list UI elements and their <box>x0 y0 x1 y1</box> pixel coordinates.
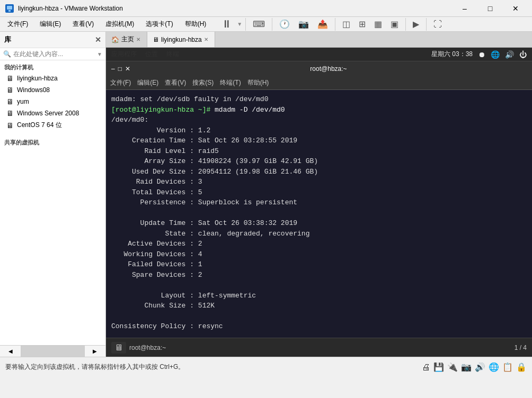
main-area: 库 ✕ 🔍 ▼ 我的计算机 🖥 liyingkun-hbza 🖥 Windows… <box>0 32 532 357</box>
sidebar-item-label-2: yum <box>17 98 29 105</box>
menu-vm[interactable]: 虚拟机(M) <box>100 17 139 31</box>
tab-liyingkun-close[interactable]: ✕ <box>204 37 208 42</box>
terminal-title-bar: – □ ✕ root@hbza:~ <box>106 61 532 76</box>
vm-tab-icon: 🖥 <box>153 36 159 43</box>
snapshot2-button[interactable]: 📷 <box>295 16 313 33</box>
content-area: 🏠 主页 ✕ 🖥 liyingkun-hbza ✕ 应用程序 位置 终端 星期六… <box>106 32 532 357</box>
vm-nav-apps[interactable]: 应用程序 <box>111 50 137 59</box>
fullscreen-button[interactable]: ⛶ <box>430 16 446 33</box>
terminal-close-btn[interactable]: – <box>111 65 115 73</box>
sidebar-item-centos[interactable]: 🖥 CentOS 7 64 位 <box>0 119 105 131</box>
close-button[interactable]: ✕ <box>503 0 528 17</box>
status-icon-2[interactable]: 🔌 <box>447 362 458 372</box>
sidebar-nav: ◀ ▶ <box>0 345 105 357</box>
svg-rect-1 <box>7 6 12 10</box>
sidebar-item-yum[interactable]: 🖥 yum <box>0 96 105 107</box>
terminal-menu-view[interactable]: 查看(V) <box>165 78 186 87</box>
volume-icon[interactable]: 🔊 <box>505 50 514 59</box>
terminal-menu-bar: 文件(F) 编辑(E) 查看(V) 搜索(S) 终端(T) 帮助(H) <box>106 76 532 90</box>
window-title: liyingkun-hbza - VMware Workstation <box>18 5 453 12</box>
terminal-menu-terminal[interactable]: 终端(T) <box>220 78 241 87</box>
vm-icon-4: 🖥 <box>6 121 14 130</box>
vm-nav-location[interactable]: 位置 <box>145 50 158 59</box>
network-icon[interactable]: 🌐 <box>491 50 500 59</box>
home-icon: 🏠 <box>111 36 119 43</box>
sidebar: 库 ✕ 🔍 ▼ 我的计算机 🖥 liyingkun-hbza 🖥 Windows… <box>0 32 106 357</box>
terminal-max-btn[interactable]: ✕ <box>125 65 130 73</box>
status-icon-1[interactable]: 💾 <box>433 362 444 372</box>
sidebar-next-button[interactable]: ▶ <box>85 346 105 357</box>
vm-icon-0: 🖥 <box>6 74 14 83</box>
menu-view[interactable]: 查看(V) <box>67 17 99 31</box>
terminal-menu-edit[interactable]: 编辑(E) <box>137 78 158 87</box>
status-icon-3[interactable]: 📷 <box>461 362 472 372</box>
menu-help[interactable]: 帮助(H) <box>180 17 212 31</box>
menu-file[interactable]: 文件(F) <box>2 17 33 31</box>
menu-tabs[interactable]: 选项卡(T) <box>140 17 178 31</box>
shared-vms-label: 共享的虚拟机 <box>0 135 105 148</box>
sidebar-item-winserver[interactable]: 🖥 Windows Server 2008 <box>0 107 105 119</box>
status-icon-5[interactable]: 🌐 <box>489 362 499 372</box>
sidebar-item-liyingkun[interactable]: 🖥 liyingkun-hbza <box>0 73 105 84</box>
vm-icon-3: 🖥 <box>6 109 14 117</box>
app-icon <box>4 3 15 14</box>
sidebar-header: 库 ✕ <box>0 32 105 48</box>
menu-edit[interactable]: 编辑(E) <box>34 17 66 31</box>
send-keys-button[interactable]: ⌨ <box>249 16 269 33</box>
status-icon-4[interactable]: 🔊 <box>475 362 485 372</box>
pause-button[interactable]: ⏸ <box>218 16 236 33</box>
snapshot3-button[interactable]: 📤 <box>314 16 332 33</box>
maximize-button[interactable]: □ <box>478 0 502 17</box>
terminal-page-indicator: 1 / 4 <box>515 344 527 351</box>
vm-icon-2: 🖥 <box>6 97 14 106</box>
tab-bar: 🏠 主页 ✕ 🖥 liyingkun-hbza ✕ <box>106 32 532 48</box>
title-bar: liyingkun-hbza - VMware Workstation – □ … <box>0 0 532 17</box>
clock-display: 星期六 03：38 <box>431 50 473 59</box>
terminal-status-bar: 🖥 root@hbza:~ 1 / 4 <box>106 338 532 357</box>
terminal-min-btn[interactable]: □ <box>118 65 122 73</box>
sidebar-close-button[interactable]: ✕ <box>95 35 101 44</box>
record-icon[interactable]: ⏺ <box>478 50 485 59</box>
tab-home-close[interactable]: ✕ <box>136 37 140 42</box>
menu-bar: 文件(F) 编辑(E) 查看(V) 虚拟机(M) 选项卡(T) 帮助(H) ⏸ … <box>0 17 532 32</box>
vmware-status-bar: 要将输入定向到该虚拟机，请将鼠标指针移入其中或按 Ctrl+G。 🖨 💾 🔌 📷… <box>0 357 532 377</box>
status-icon-6[interactable]: 📋 <box>502 362 513 372</box>
search-input[interactable] <box>13 50 95 58</box>
terminal-status-icon: 🖥 <box>111 342 126 354</box>
vm-nav-terminal[interactable]: 终端 <box>166 50 179 59</box>
minimize-button[interactable]: – <box>453 0 477 17</box>
view1-button[interactable]: ◫ <box>339 16 354 33</box>
vmware-hint-text: 要将输入定向到该虚拟机，请将鼠标指针移入其中或按 Ctrl+G。 <box>5 363 184 372</box>
search-icon: 🔍 <box>3 50 11 58</box>
terminal-menu-search[interactable]: 搜索(S) <box>192 78 214 87</box>
terminal-menu-file[interactable]: 文件(F) <box>110 78 131 87</box>
sidebar-item-label-3: Windows Server 2008 <box>17 110 79 117</box>
tab-liyingkun[interactable]: 🖥 liyingkun-hbza ✕ <box>147 32 215 47</box>
sidebar-item-windows08[interactable]: 🖥 Windows08 <box>0 84 105 96</box>
window-controls: – □ ✕ <box>453 0 528 17</box>
power-icon[interactable]: ⏻ <box>519 50 527 59</box>
terminal-title: root@hbza:~ <box>130 65 527 73</box>
tab-home[interactable]: 🏠 主页 ✕ <box>106 32 147 47</box>
search-dropdown-icon[interactable]: ▼ <box>97 51 102 57</box>
sidebar-prev-button[interactable]: ◀ <box>0 346 21 357</box>
view3-button[interactable]: ▦ <box>370 16 386 33</box>
view4-button[interactable]: ▣ <box>387 16 402 33</box>
tab-home-label: 主页 <box>121 35 134 44</box>
console-button[interactable]: ▶ <box>409 16 423 33</box>
status-icon-7[interactable]: 🔒 <box>516 362 527 372</box>
view2-button[interactable]: ⊞ <box>355 16 369 33</box>
sidebar-scroll-thumb[interactable] <box>21 346 84 357</box>
status-icon-0[interactable]: 🖨 <box>422 363 430 372</box>
snapshot-button[interactable]: 🕐 <box>276 16 294 33</box>
terminal-content[interactable]: mdadm: set /dev/sdb faulty in /dev/md0 [… <box>106 90 532 338</box>
sidebar-item-label-1: Windows08 <box>17 86 50 94</box>
terminal-status-text: root@hbza:~ <box>129 344 166 351</box>
terminal-top-bar: 应用程序 位置 终端 星期六 03：38 ⏺ 🌐 🔊 ⏻ <box>106 48 532 61</box>
terminal-menu-help[interactable]: 帮助(H) <box>247 78 269 87</box>
sidebar-title: 库 <box>4 35 11 44</box>
vm-icon-1: 🖥 <box>6 86 14 94</box>
sidebar-item-label-0: liyingkun-hbza <box>17 75 58 82</box>
svg-rect-2 <box>8 10 11 12</box>
sidebar-search-area: 🔍 ▼ <box>0 48 105 60</box>
